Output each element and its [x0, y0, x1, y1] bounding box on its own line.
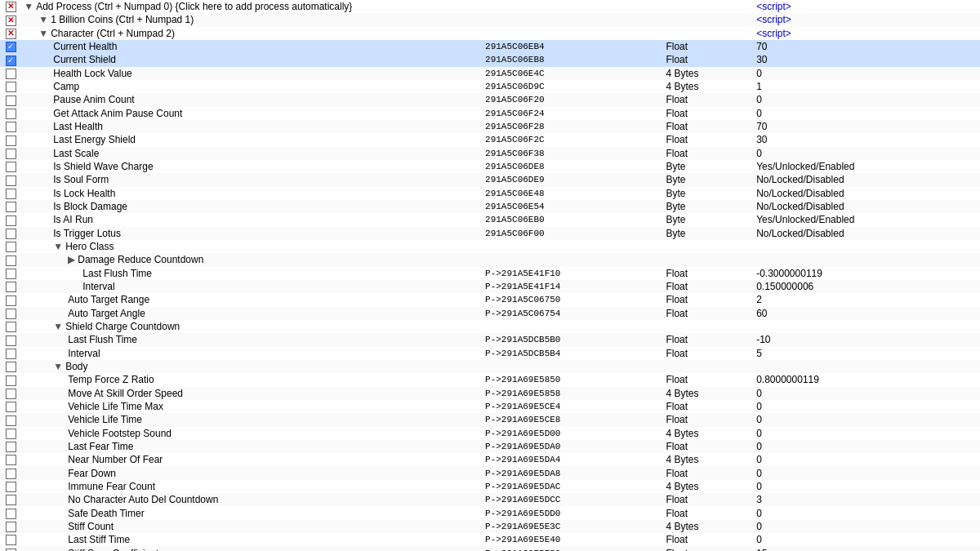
table-row[interactable]: Is AI Run291A5C06EB0ByteYes/Unlocked/Ena… [0, 213, 980, 226]
cheat-engine-table[interactable]: ▼Add Process (Ctrl + Numpad 0) {Click he… [0, 0, 980, 551]
entry-value[interactable]: 30 [754, 133, 980, 146]
table-row[interactable]: IntervalP->291A5DCB5B4Float5 [0, 347, 980, 360]
entry-value[interactable]: -10 [754, 333, 980, 346]
entry-value[interactable]: 0 [754, 466, 980, 479]
checkbox-cell[interactable] [0, 387, 21, 400]
checkbox-cell[interactable] [0, 240, 21, 253]
checkbox-cell[interactable] [0, 480, 21, 493]
table-row[interactable]: Stiff CountP->291A69E5E3C4 Bytes0 [0, 520, 980, 533]
entry-value[interactable]: 0 [754, 453, 980, 466]
checkbox-cell[interactable] [0, 227, 21, 240]
table-row[interactable]: Last Flush TimeP->291A5E41F10Float-0.300… [0, 267, 980, 280]
checkbox-cell[interactable] [0, 187, 21, 200]
table-row[interactable]: Is Shield Wave Charge291A5C06DE8ByteYes/… [0, 160, 980, 173]
table-row[interactable]: Stiff Save CoefficientP->291A69E5E50Floa… [0, 546, 980, 551]
table-row[interactable]: ▼Shield Charge Countdown [0, 320, 980, 333]
entry-value[interactable] [754, 240, 980, 253]
checkbox-cell[interactable] [0, 133, 21, 146]
entry-value[interactable]: 0 [754, 413, 980, 426]
table-row[interactable]: Temp Force Z RatioP->291A69E5850Float0.8… [0, 373, 980, 386]
tree-arrow-icon[interactable]: ▼ [24, 1, 33, 12]
table-row[interactable]: Vehicle Footstep SoundP->291A69E5D004 By… [0, 427, 980, 440]
table-row[interactable]: ▼1 Billion Coins (Ctrl + Numpad 1)<scrip… [0, 13, 980, 26]
entry-value[interactable] [754, 253, 980, 266]
entry-value[interactable]: 60 [754, 307, 980, 320]
entry-value[interactable]: 0.150000006 [754, 280, 980, 293]
table-row[interactable]: Safe Death TimerP->291A69E5DD0Float0 [0, 506, 980, 519]
table-row[interactable]: ✓Current Health291A5C06EB4Float70 [0, 40, 980, 53]
checkbox-cell[interactable] [0, 466, 21, 479]
tree-arrow-icon[interactable]: ▼ [38, 14, 48, 25]
entry-value[interactable]: Yes/Unlocked/Enabled [754, 213, 980, 226]
tree-arrow-icon[interactable]: ▼ [38, 28, 48, 39]
table-row[interactable]: Is Soul Form291A5C06DE9ByteNo/Locked/Dis… [0, 173, 980, 186]
entry-value[interactable]: 0 [754, 387, 980, 400]
checkbox-cell[interactable] [0, 320, 21, 333]
table-row[interactable]: Auto Target AngleP->291A5C06754Float60 [0, 307, 980, 320]
entry-value[interactable] [754, 320, 980, 333]
entry-value[interactable]: 0 [754, 440, 980, 453]
table-row[interactable]: IntervalP->291A5E41F14Float0.150000006 [0, 280, 980, 293]
checkbox-cell[interactable] [0, 440, 21, 453]
checkbox-cell[interactable] [0, 13, 21, 26]
entry-value[interactable]: No/Locked/Disabled [754, 173, 980, 186]
table-row[interactable]: Near Number Of FearP->291A69E5DA44 Bytes… [0, 453, 980, 466]
checkbox-cell[interactable] [0, 27, 21, 40]
checkbox-cell[interactable] [0, 360, 21, 373]
tree-arrow-icon[interactable]: ▼ [53, 241, 63, 252]
checkbox-cell[interactable] [0, 107, 21, 120]
table-row[interactable]: Is Block Damage291A5C06E54ByteNo/Locked/… [0, 200, 980, 213]
checkbox-cell[interactable] [0, 173, 21, 186]
checkbox-cell[interactable] [0, 533, 21, 546]
tree-arrow-icon[interactable]: ▼ [53, 321, 63, 332]
checkbox-cell[interactable] [0, 293, 21, 306]
checkbox-cell[interactable] [0, 347, 21, 360]
entry-value[interactable]: Yes/Unlocked/Enabled [754, 160, 980, 173]
table-row[interactable]: Fear DownP->291A69E5DA8Float0 [0, 466, 980, 479]
table-row[interactable]: Is Trigger Lotus291A5C06F00ByteNo/Locked… [0, 227, 980, 240]
entry-value[interactable]: 0 [754, 427, 980, 440]
checkbox-cell[interactable] [0, 200, 21, 213]
table-row[interactable]: ▼Character (Ctrl + Numpad 2)<script> [0, 27, 980, 40]
table-row[interactable]: ▼Body [0, 360, 980, 373]
entry-value[interactable] [754, 360, 980, 373]
entry-value[interactable]: 0 [754, 506, 980, 519]
entry-value[interactable]: 2 [754, 293, 980, 306]
table-row[interactable]: Last Scale291A5C06F38Float0 [0, 147, 980, 160]
checkbox-cell[interactable] [0, 93, 21, 106]
entry-value[interactable]: 0 [754, 93, 980, 106]
table-row[interactable]: Health Lock Value291A5C06E4C4 Bytes0 [0, 67, 980, 80]
entry-value[interactable]: 0 [754, 147, 980, 160]
table-row[interactable]: Last Fear TimeP->291A69E5DA0Float0 [0, 440, 980, 453]
entry-value[interactable]: 5 [754, 347, 980, 360]
table-row[interactable]: Is Lock Health291A5C06E48ByteNo/Locked/D… [0, 187, 980, 200]
checkbox-cell[interactable] [0, 453, 21, 466]
checkbox-cell[interactable] [0, 120, 21, 133]
checkbox-cell[interactable] [0, 67, 21, 80]
checkbox-cell[interactable]: ✓ [0, 53, 21, 66]
entry-value[interactable]: 15 [754, 546, 980, 551]
checkbox-cell[interactable] [0, 253, 21, 266]
entry-value[interactable]: <script> [754, 13, 980, 26]
entry-value[interactable]: <script> [754, 0, 980, 13]
entry-value[interactable]: 0 [754, 480, 980, 493]
checkbox-cell[interactable]: ✓ [0, 40, 21, 53]
checkbox-cell[interactable] [0, 413, 21, 426]
checkbox-cell[interactable] [0, 307, 21, 320]
table-row[interactable]: Pause Anim Count291A5C06F20Float0 [0, 93, 980, 106]
entry-value[interactable]: 1 [754, 80, 980, 93]
checkbox-cell[interactable] [0, 520, 21, 533]
entry-value[interactable]: 70 [754, 40, 980, 53]
tree-arrow-icon[interactable]: ▼ [53, 361, 63, 372]
checkbox-cell[interactable] [0, 333, 21, 346]
checkbox-cell[interactable] [0, 147, 21, 160]
checkbox-cell[interactable] [0, 427, 21, 440]
table-row[interactable]: Last Health291A5C06F28Float70 [0, 120, 980, 133]
entry-value[interactable]: 0 [754, 533, 980, 546]
checkbox-cell[interactable] [0, 493, 21, 506]
table-row[interactable]: Last Flush TimeP->291A5DCB5B0Float-10 [0, 333, 980, 346]
table-row[interactable]: Immune Fear CountP->291A69E5DAC4 Bytes0 [0, 480, 980, 493]
checkbox-cell[interactable] [0, 373, 21, 386]
table-row[interactable]: Move At Skill Order SpeedP->291A69E58584… [0, 387, 980, 400]
entry-value[interactable]: 0 [754, 520, 980, 533]
